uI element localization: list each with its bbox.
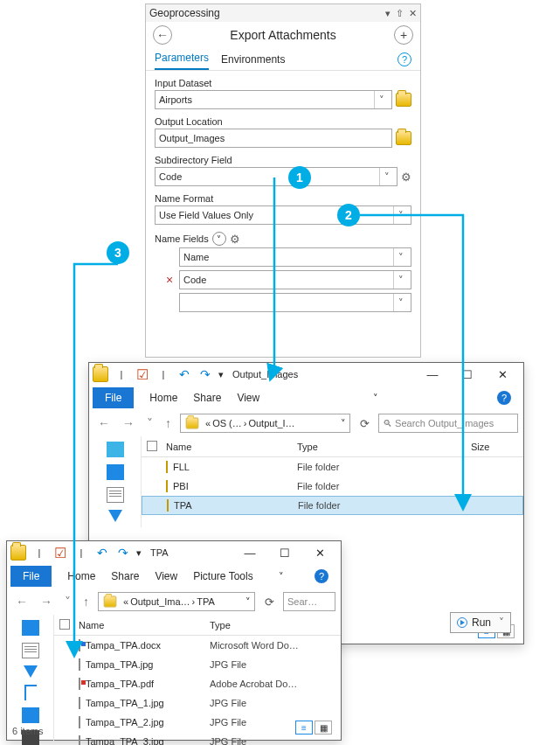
output-location-input[interactable]: Output_Images: [155, 129, 392, 148]
chevron-down-icon[interactable]: ˅: [393, 294, 407, 311]
address-bar[interactable]: « Output_Ima… › TPA ˅: [98, 592, 255, 611]
nav-history-icon[interactable]: ˅: [143, 416, 156, 430]
search-input[interactable]: Sear…: [283, 592, 335, 611]
nav-forward-icon[interactable]: →: [37, 595, 56, 609]
undo-icon[interactable]: ↶: [94, 545, 110, 560]
tab-view[interactable]: View: [237, 392, 259, 404]
name-field-row[interactable]: Name˅: [179, 247, 411, 267]
address-bar[interactable]: « OS (… › Output_I… ˅: [180, 414, 350, 433]
nav-downloads-icon[interactable]: [108, 510, 122, 522]
nav-history-icon[interactable]: ˅: [61, 595, 74, 609]
table-row[interactable]: PBIFile folder: [142, 477, 523, 496]
browse-folder-icon[interactable]: [396, 93, 411, 107]
tab-share[interactable]: Share: [111, 570, 139, 582]
name-field-row[interactable]: Code˅: [179, 270, 411, 289]
close-button[interactable]: ✕: [302, 542, 337, 563]
name-field-row-empty[interactable]: ˅: [179, 293, 411, 312]
nav-music-icon[interactable]: [24, 685, 37, 700]
column-name[interactable]: Name: [79, 620, 210, 630]
expand-icon[interactable]: ˅: [212, 232, 226, 246]
breadcrumb-segment[interactable]: OS (…: [212, 418, 242, 428]
nav-downloads-icon[interactable]: [24, 665, 38, 678]
refresh-icon[interactable]: ⟳: [356, 417, 373, 430]
breadcrumb-segment[interactable]: Output_I…: [248, 418, 294, 428]
add-button[interactable]: +: [394, 25, 413, 45]
close-button[interactable]: ✕: [485, 364, 520, 385]
redo-icon[interactable]: ↷: [115, 545, 131, 560]
minimize-button[interactable]: —: [232, 542, 267, 563]
tab-share[interactable]: Share: [193, 392, 221, 404]
minimize-button[interactable]: —: [415, 364, 450, 385]
help-icon[interactable]: ?: [497, 391, 511, 405]
search-input[interactable]: 🔍︎ Search Output_Images: [378, 414, 518, 433]
pin-icon[interactable]: ⇧: [396, 8, 404, 19]
qat-dropdown-icon[interactable]: ▾: [136, 547, 142, 559]
nav-up-icon[interactable]: ↑: [162, 416, 175, 430]
back-button[interactable]: ←: [153, 25, 172, 45]
tab-home[interactable]: Home: [67, 570, 95, 582]
nav-desktop-icon[interactable]: [22, 620, 39, 636]
dropdown-icon[interactable]: ▾: [385, 8, 391, 19]
icons-view-icon[interactable]: ▦: [315, 721, 332, 735]
tab-parameters[interactable]: Parameters: [155, 52, 209, 70]
subdirectory-field-input[interactable]: Code˅: [155, 167, 398, 186]
ribbon-expand-icon[interactable]: ˅: [373, 393, 378, 404]
tab-file[interactable]: File: [93, 387, 134, 408]
chevron-down-icon[interactable]: ˅: [393, 248, 407, 266]
nav-pictures-icon[interactable]: [22, 707, 39, 723]
gear-icon[interactable]: [230, 233, 240, 246]
qat-dropdown-icon[interactable]: ▾: [218, 369, 224, 380]
select-all-checkbox[interactable]: [147, 441, 157, 451]
select-all-checkbox[interactable]: [59, 619, 70, 630]
properties-icon[interactable]: ☑: [135, 366, 150, 382]
details-view-icon[interactable]: ≡: [295, 721, 313, 735]
column-size[interactable]: Size: [471, 442, 523, 452]
ribbon-expand-icon[interactable]: ˅: [279, 571, 284, 582]
column-type[interactable]: Type: [210, 620, 341, 630]
tab-picture-tools[interactable]: Picture Tools: [193, 570, 252, 582]
chevron-down-icon[interactable]: ˅: [374, 91, 388, 108]
breadcrumb-segment[interactable]: TPA: [197, 596, 215, 607]
help-icon[interactable]: ?: [398, 52, 411, 66]
nav-pane[interactable]: [89, 436, 142, 527]
table-row[interactable]: Tampa_TPA_1.jpgJPG File: [54, 693, 341, 713]
table-row[interactable]: Tampa_TPA.jpgJPG File: [54, 655, 341, 674]
redo-icon[interactable]: ↷: [197, 366, 213, 382]
chevron-down-icon[interactable]: ˅: [499, 616, 504, 629]
chevron-down-icon[interactable]: ˅: [393, 206, 407, 224]
nav-desktop-icon[interactable]: [107, 464, 124, 480]
nav-up-icon[interactable]: ↑: [80, 595, 93, 609]
tab-home[interactable]: Home: [149, 392, 177, 404]
tab-environments[interactable]: Environments: [221, 53, 285, 70]
column-name[interactable]: Name: [166, 442, 297, 452]
chevron-down-icon[interactable]: ˅: [245, 596, 251, 608]
chevron-down-icon[interactable]: ˅: [341, 418, 346, 429]
nav-documents-icon[interactable]: [22, 643, 39, 658]
table-row[interactable]: Tampa_TPA.docxMicrosoft Word Do…: [54, 636, 341, 655]
properties-icon[interactable]: ☑: [52, 545, 68, 560]
nav-documents-icon[interactable]: [107, 487, 124, 503]
undo-icon[interactable]: ↶: [176, 366, 192, 382]
chevron-down-icon[interactable]: ˅: [393, 271, 407, 289]
nav-back-icon[interactable]: ←: [94, 416, 114, 430]
run-button[interactable]: Run˅: [450, 612, 511, 633]
browse-folder-icon[interactable]: [396, 131, 411, 145]
refresh-icon[interactable]: ⟳: [260, 595, 278, 609]
table-row[interactable]: FLLFile folder: [142, 457, 523, 477]
tab-file[interactable]: File: [10, 566, 52, 587]
maximize-button[interactable]: ☐: [267, 542, 302, 563]
breadcrumb-segment[interactable]: Output_Ima…: [130, 596, 190, 607]
table-row[interactable]: Tampa_TPA.pdfAdobe Acrobat Do…: [54, 674, 341, 693]
name-format-input[interactable]: Use Field Values Only˅: [155, 205, 411, 225]
nav-forward-icon[interactable]: →: [119, 416, 138, 430]
column-type[interactable]: Type: [297, 442, 471, 452]
close-icon[interactable]: ✕: [409, 8, 417, 19]
delete-row-icon[interactable]: ×: [163, 273, 176, 287]
gear-icon[interactable]: [401, 171, 411, 184]
input-dataset-input[interactable]: Airports˅: [155, 90, 392, 109]
nav-3dobj-icon[interactable]: [107, 442, 124, 457]
nav-back-icon[interactable]: ←: [12, 595, 31, 609]
maximize-button[interactable]: ☐: [450, 364, 485, 385]
table-row[interactable]: TPAFile folder: [142, 496, 523, 515]
help-icon[interactable]: ?: [315, 569, 328, 583]
